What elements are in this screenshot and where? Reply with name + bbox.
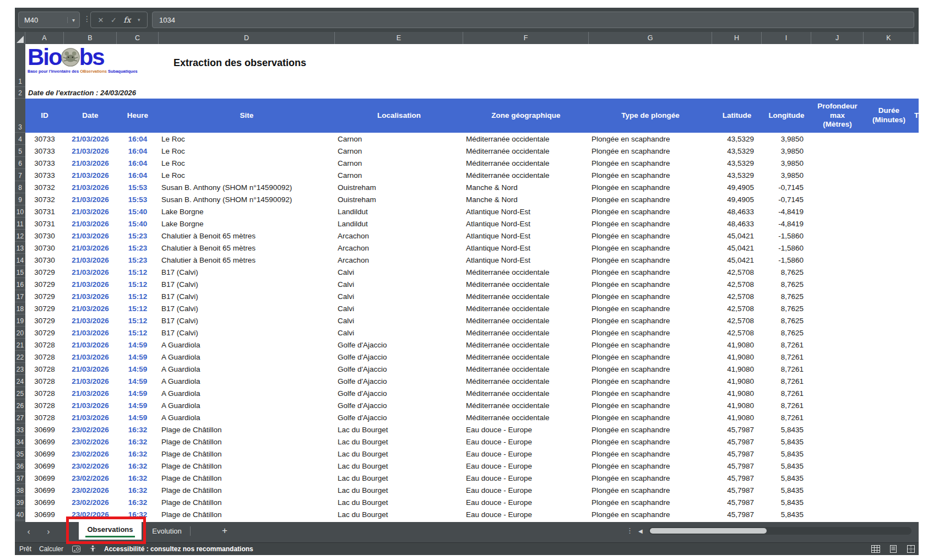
cell-type[interactable]: Plongée en scaphandre: [589, 290, 712, 302]
cell-type[interactable]: Plongée en scaphandre: [589, 472, 712, 484]
cell-time[interactable]: 14:59: [117, 411, 159, 423]
row-header-21[interactable]: 21: [15, 339, 25, 351]
cell-lat[interactable]: 42,5708: [712, 278, 762, 290]
cell-lat[interactable]: 43,5329: [712, 145, 762, 157]
add-sheet-button[interactable]: +: [218, 524, 232, 538]
cell-empty[interactable]: [811, 375, 864, 387]
row-header-13[interactable]: 13: [15, 242, 25, 254]
cell-sliver[interactable]: [914, 387, 919, 399]
cell-empty[interactable]: [864, 145, 914, 157]
column-header-I[interactable]: I: [762, 32, 811, 44]
tab-evolution[interactable]: Evolution: [147, 522, 187, 540]
cell-zone[interactable]: Méditerranée occidentale: [463, 387, 589, 399]
cell-lat[interactable]: 41,9080: [712, 363, 762, 375]
cell-type[interactable]: Plongée en scaphandre: [589, 484, 712, 496]
cell-zone[interactable]: Atlantique Nord-Est: [463, 218, 589, 230]
name-box-chevron-icon[interactable]: ▾: [67, 17, 79, 23]
cell-site[interactable]: A Guardiola: [159, 375, 335, 387]
cell-lat[interactable]: 45,0421: [712, 254, 762, 266]
cell-site[interactable]: A Guardiola: [159, 411, 335, 423]
cell-empty[interactable]: [864, 314, 914, 327]
cell-time[interactable]: 15:12: [117, 327, 159, 339]
cell-lng[interactable]: 3,9850: [762, 169, 811, 181]
cell-type[interactable]: Plongée en scaphandre: [589, 327, 712, 339]
cell-empty[interactable]: [864, 472, 914, 484]
cell-lng[interactable]: 8,7625: [762, 302, 811, 314]
cell-sliver[interactable]: [914, 302, 919, 314]
cell-loc[interactable]: Lac du Bourget: [335, 460, 463, 472]
cell-empty[interactable]: [864, 278, 914, 290]
cell-loc[interactable]: Ouistreham: [335, 181, 463, 193]
cell-loc[interactable]: Golfe d'Ajaccio: [335, 375, 463, 387]
cell-loc[interactable]: Golfe d'Ajaccio: [335, 387, 463, 399]
cell-loc[interactable]: Calvi: [335, 314, 463, 327]
cell-id[interactable]: 30729: [25, 302, 64, 314]
cell-zone[interactable]: Méditerranée occidentale: [463, 375, 589, 387]
cell-sliver[interactable]: [914, 472, 919, 484]
cell-zone[interactable]: Atlantique Nord-Est: [463, 205, 589, 218]
cell-lng[interactable]: -1,5860: [762, 254, 811, 266]
cell-loc[interactable]: Landildut: [335, 205, 463, 218]
row-header-17[interactable]: 17: [15, 290, 25, 302]
cell-zone[interactable]: Méditerranée occidentale: [463, 157, 589, 169]
cell-sliver[interactable]: [914, 508, 919, 520]
cell-empty[interactable]: [811, 314, 864, 327]
cell-zone[interactable]: Méditerranée occidentale: [463, 314, 589, 327]
cell-time[interactable]: 15:12: [117, 266, 159, 278]
cell-id[interactable]: 30732: [25, 181, 64, 193]
cell-empty[interactable]: [864, 375, 914, 387]
column-header-D[interactable]: D: [159, 32, 335, 44]
cell-zone[interactable]: Méditerranée occidentale: [463, 351, 589, 363]
row-header-15[interactable]: 15: [15, 266, 25, 278]
cell-lng[interactable]: 8,7625: [762, 290, 811, 302]
cell-lng[interactable]: 5,8435: [762, 484, 811, 496]
cell-site[interactable]: Plage de Châtillon: [159, 472, 335, 484]
cell-sliver[interactable]: [914, 254, 919, 266]
row-header-10[interactable]: 10: [15, 205, 25, 218]
row-header-22[interactable]: 22: [15, 351, 25, 363]
cell-date[interactable]: 21/03/2026: [64, 399, 117, 411]
cell-time[interactable]: 16:04: [117, 169, 159, 181]
cell-site[interactable]: A Guardiola: [159, 399, 335, 411]
cell-type[interactable]: Plongée en scaphandre: [589, 181, 712, 193]
table-header-cell[interactable]: Localisation: [335, 99, 463, 133]
row-header-34[interactable]: 34: [15, 436, 25, 448]
cell-loc[interactable]: Arcachon: [335, 230, 463, 242]
cell-zone[interactable]: Méditerranée occidentale: [463, 266, 589, 278]
cell-id[interactable]: 30733: [25, 133, 64, 145]
cell-zone[interactable]: Eau douce - Europe: [463, 484, 589, 496]
cell-lng[interactable]: -4,8419: [762, 218, 811, 230]
column-header-sliver[interactable]: [914, 32, 919, 44]
cell-lat[interactable]: 42,5708: [712, 302, 762, 314]
cell-time[interactable]: 16:32: [117, 496, 159, 508]
cell-site[interactable]: Lake Borgne: [159, 205, 335, 218]
cell-lng[interactable]: -1,5860: [762, 230, 811, 242]
row-header-38[interactable]: 38: [15, 484, 25, 496]
cell-empty[interactable]: [811, 436, 864, 448]
cell-sliver[interactable]: [914, 266, 919, 278]
normal-view-icon[interactable]: [871, 545, 880, 553]
cell-id[interactable]: 30733: [25, 145, 64, 157]
cell-lat[interactable]: 41,9080: [712, 339, 762, 351]
cell-time[interactable]: 14:59: [117, 351, 159, 363]
cell-date[interactable]: 21/03/2026: [64, 169, 117, 181]
cell-loc[interactable]: Lac du Bourget: [335, 436, 463, 448]
insert-function-icon[interactable]: fx: [123, 15, 131, 24]
row-header-19[interactable]: 19: [15, 314, 25, 327]
row-header-40[interactable]: 40: [15, 508, 25, 520]
cell-site[interactable]: Plage de Châtillon: [159, 436, 335, 448]
cell-zone[interactable]: Eau douce - Europe: [463, 460, 589, 472]
cell-time[interactable]: 14:59: [117, 363, 159, 375]
cell-lng[interactable]: -0,7145: [762, 181, 811, 193]
table-header-cell[interactable]: Site: [159, 99, 335, 133]
cell-id[interactable]: 30728: [25, 399, 64, 411]
cell-lat[interactable]: 45,0421: [712, 230, 762, 242]
row-header-3[interactable]: 3: [15, 99, 25, 133]
cell-id[interactable]: 30729: [25, 278, 64, 290]
cell-date[interactable]: 21/03/2026: [64, 314, 117, 327]
table-header-cell[interactable]: Zone géographique: [463, 99, 589, 133]
cell-lat[interactable]: 43,5329: [712, 169, 762, 181]
cell-site[interactable]: B17 (Calvi): [159, 290, 335, 302]
cell-time[interactable]: 16:32: [117, 460, 159, 472]
cell-id[interactable]: 30728: [25, 351, 64, 363]
